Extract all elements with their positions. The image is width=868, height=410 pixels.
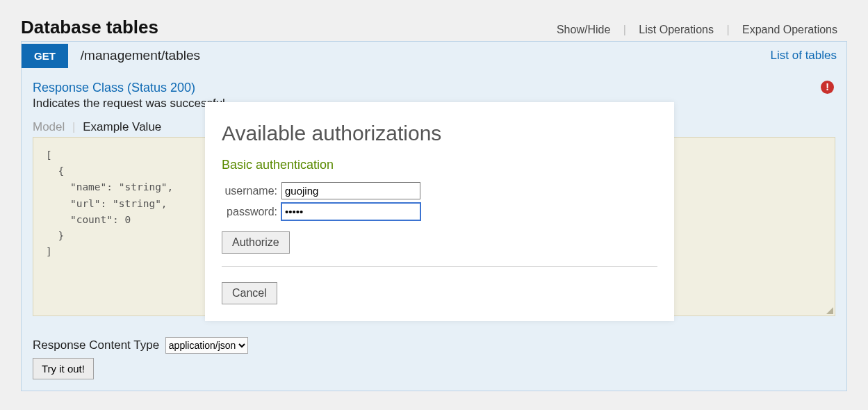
modal-title: Available authorizations bbox=[222, 122, 657, 145]
tab-example-value[interactable]: Example Value bbox=[83, 120, 161, 133]
username-input[interactable] bbox=[281, 182, 420, 199]
operation-header[interactable]: GET /management/tables List of tables bbox=[22, 42, 846, 69]
authorize-button[interactable]: Authorize bbox=[222, 231, 290, 254]
divider bbox=[222, 266, 657, 267]
separator: | bbox=[623, 24, 626, 35]
alert-icon[interactable]: ! bbox=[821, 81, 834, 94]
endpoint-path: /management/tables bbox=[81, 48, 771, 63]
response-content-type-label: Response Content Type bbox=[33, 338, 159, 352]
try-it-out-button[interactable]: Try it out! bbox=[33, 358, 94, 379]
authorizations-modal: Available authorizations Basic authentic… bbox=[205, 102, 674, 321]
password-label: password: bbox=[222, 206, 277, 218]
resize-handle-icon[interactable] bbox=[826, 307, 833, 314]
header-links: Show/Hide | List Operations | Expand Ope… bbox=[547, 24, 847, 36]
link-show-hide[interactable]: Show/Hide bbox=[547, 24, 620, 35]
password-input[interactable] bbox=[281, 203, 420, 220]
response-content-type-select[interactable]: application/json bbox=[165, 337, 248, 354]
cancel-button[interactable]: Cancel bbox=[222, 282, 277, 304]
tab-model[interactable]: Model bbox=[33, 120, 65, 133]
page-title: Database tables bbox=[21, 17, 158, 38]
response-class-heading[interactable]: Response Class (Status 200) bbox=[33, 81, 835, 95]
http-method-badge: GET bbox=[22, 44, 68, 68]
modal-subtitle: Basic authentication bbox=[222, 158, 657, 172]
username-label: username: bbox=[222, 185, 277, 197]
operation-summary-link[interactable]: List of tables bbox=[771, 49, 837, 63]
link-list-operations[interactable]: List Operations bbox=[629, 24, 723, 35]
separator: | bbox=[726, 24, 729, 35]
separator: | bbox=[72, 120, 75, 133]
link-expand-operations[interactable]: Expand Operations bbox=[732, 24, 847, 35]
